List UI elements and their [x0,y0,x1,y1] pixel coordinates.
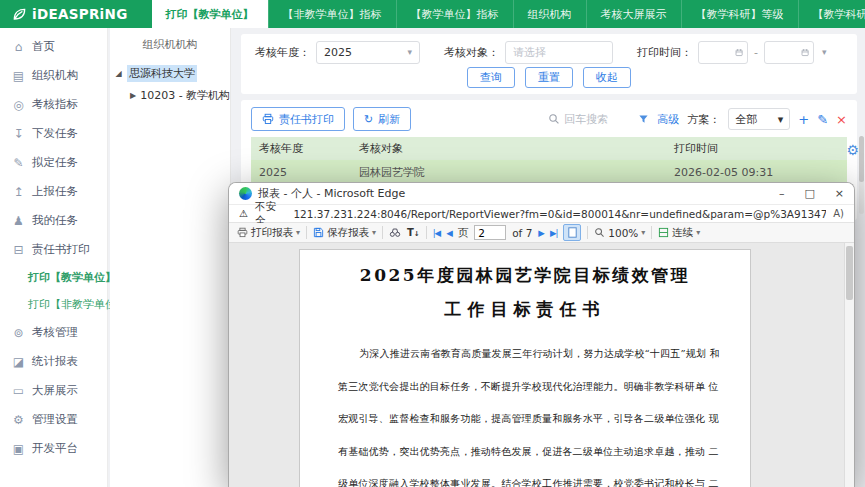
tree-node-label[interactable]: 思源科技大学 [127,65,197,82]
sidebar-item-big-screen[interactable]: ▭大屏展示 [0,376,107,405]
sidebar-item-organization[interactable]: ▤组织机构 [0,61,107,90]
tab-teaching-indicators[interactable]: 【教学单位】指标 [396,0,513,28]
close-button[interactable]: × [835,187,844,200]
sidebar-item-management-settings[interactable]: ⚙管理设置 [0,405,107,434]
sidebar-item-assessment-management[interactable]: ⊚考核管理 [0,318,107,347]
text-select-icon[interactable]: T↓ [407,227,420,238]
document-line: 有基础优势，突出优势亮点，推动特色发展，促进各二级单位主动追求卓越，推动 二 [338,436,712,469]
warning-icon: ⚠ [239,208,248,219]
responsibility-print-button[interactable]: 责任书打印 [251,107,345,131]
date-end-input[interactable] [764,41,814,64]
column-header-print-time[interactable]: 打印时间 [666,137,847,160]
sidebar-item-home[interactable]: ⌂首页 [0,32,107,61]
printer-icon: ⊟ [12,243,25,257]
target-select[interactable] [505,41,613,64]
tab-print-teaching-unit[interactable]: 打印【教学单位】 [152,0,268,28]
sidebar-item-responsibility-print[interactable]: ⊟责任书打印 [0,235,107,264]
main-scrollbar[interactable] [859,136,864,214]
advanced-link[interactable]: 高级 [657,112,679,127]
table-header-row: 考核年度 考核对象 打印时间 [251,137,847,160]
column-settings-gear-icon[interactable]: ⚙ [846,142,859,158]
add-scheme-icon[interactable]: + [798,113,809,126]
document-line: 第三次党代会提出的目标任务，不断提升学校现代化治理能力。明确非教学科研单 位 [338,371,712,404]
scrollbar-thumb[interactable] [846,246,853,300]
address-bar[interactable]: ⚠ 不安全 121.37.231.224:8046/Report/ReportV… [229,204,854,223]
popup-title-bar[interactable]: 报表 - 个人 - Microsoft Edge – □ × [229,183,854,204]
scheme-label: 方案： [687,112,720,127]
scrollbar-thumb[interactable] [859,136,864,182]
sidebar-subitem-print-teaching[interactable]: 打印【教学单位】 [0,264,107,291]
previous-page-icon[interactable]: ◀ [446,228,452,238]
sidebar-item-report-tasks[interactable]: ↥上报任务 [0,177,107,206]
tab-non-teaching-indicators[interactable]: 【非教学单位】指标 [268,0,396,28]
find-binoculars-icon[interactable] [389,227,401,238]
calendar-icon [801,47,809,58]
filter-funnel-icon[interactable] [638,114,649,125]
tab-assessment-big-screen[interactable]: 考核大屏展示 [586,0,681,28]
date-start-input[interactable] [698,41,748,64]
chevron-down-icon: ▾ [296,228,300,237]
sidebar-menu: ⌂首页 ▤组织机构 ◎考核指标 ↧下发任务 ✎拟定任务 ↥上报任务 ♟我的任务 … [0,28,108,487]
date-range-separator: - [754,46,758,59]
zoom-value: 100% [608,227,638,239]
reset-button[interactable]: 重置 [525,67,573,88]
sidebar-item-assessment-indicators[interactable]: ◎考核指标 [0,90,107,119]
chevron-down-icon: ▾ [696,228,700,237]
date-start-field[interactable] [703,46,733,59]
page-view-toggle-button[interactable] [563,224,581,241]
page-number-input[interactable] [474,225,506,240]
read-aloud-icon[interactable]: A) [833,208,844,219]
filter-panel: 考核年度： 2025 ▾ 考核对象： 打印时间： [241,34,857,94]
document-body: 为深入推进云南省教育高质量发展三年行动计划，努力达成学校“十四五”规划 和 第三… [338,338,712,487]
sidebar-item-statistics-reports[interactable]: ◪统计报表 [0,347,107,376]
first-page-icon[interactable]: |◀ [433,228,440,238]
save-report-button[interactable]: 保存报表 ▾ [313,226,376,240]
continuous-view-button[interactable]: 连续 ▾ [658,226,700,240]
query-button[interactable]: 查询 [467,67,515,88]
search-icon[interactable] [548,113,560,125]
date-end-field[interactable] [769,46,799,59]
column-header-target[interactable]: 考核对象 [351,137,666,160]
last-page-icon[interactable]: ▶| [550,228,557,238]
edit-scheme-pencil-icon[interactable]: ✎ [817,113,828,126]
tab-teaching-research-score[interactable]: 【教学科研】得分 [798,0,865,28]
table-search-input[interactable] [564,113,630,126]
column-header-year[interactable]: 考核年度 [251,137,351,160]
delete-scheme-icon[interactable]: × [836,113,847,126]
refresh-button[interactable]: ↻ 刷新 [353,107,411,131]
refresh-icon: ↻ [364,113,373,126]
sidebar-item-label: 拟定任务 [32,155,78,170]
sidebar-item-dispatch-tasks[interactable]: ↧下发任务 [0,119,107,148]
zoom-control[interactable]: 100% ▾ [594,227,645,239]
tab-teaching-research-grade[interactable]: 【教学科研】等级 [681,0,798,28]
print-report-button[interactable]: 打印报表 ▾ [237,226,300,240]
tab-organization[interactable]: 组织机构 [513,0,586,28]
year-select[interactable]: 2025 ▾ [316,41,420,64]
tree-node-teaching-org[interactable]: ▶ 10203 - 教学机构 [110,85,230,106]
chevron-down-icon[interactable]: ▾ [822,47,827,57]
tree-collapse-icon[interactable]: ▶ [130,91,136,100]
minimize-button[interactable]: – [779,187,785,200]
tree-node-label[interactable]: 10203 - 教学机构 [140,88,230,103]
sidebar-item-dev-platform[interactable]: ▣开发平台 [0,434,107,463]
sidebar-item-label: 考核指标 [32,97,78,112]
person-icon: ♟ [12,214,25,228]
next-page-icon[interactable]: ▶ [538,228,544,238]
document-scrollbar[interactable] [844,243,854,487]
edge-browser-icon [239,187,252,200]
sidebar-item-draft-tasks[interactable]: ✎拟定任务 [0,148,107,177]
target-input[interactable] [513,46,605,59]
url-text[interactable]: 121.37.231.224:8046/Report/ReportViewer?… [293,208,826,220]
scheme-select[interactable]: 全部 ▾ [728,108,790,130]
sidebar-subitem-print-non-teaching[interactable]: 打印【非教学单位】 [0,291,107,318]
continuous-label: 连续 [672,226,693,240]
responsibility-print-label: 责任书打印 [279,112,334,127]
sidebar-item-my-tasks[interactable]: ♟我的任务 [0,206,107,235]
continuous-pages-icon [658,227,669,238]
collapse-button[interactable]: 收起 [583,67,631,88]
tree-expand-icon[interactable]: ◢ [114,69,123,78]
upload-arrow-icon: ↥ [12,185,25,199]
table-toolbar: 责任书打印 ↻ 刷新 [251,106,847,132]
maximize-button[interactable]: □ [804,187,814,200]
tree-node-university[interactable]: ◢ 思源科技大学 [110,62,230,85]
